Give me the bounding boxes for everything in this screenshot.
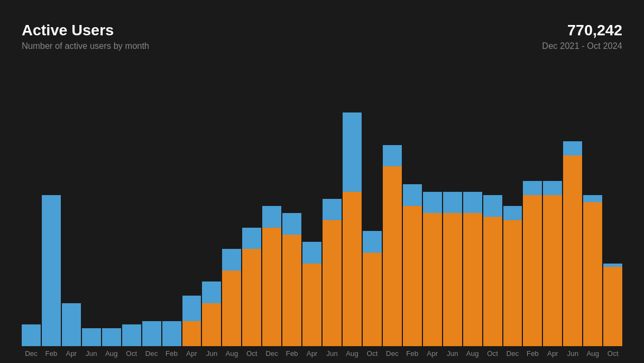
x-axis-label: Dec: [383, 349, 402, 358]
bar-blue: [202, 281, 221, 303]
bar-group: [102, 328, 121, 346]
x-axis-label: Oct: [363, 349, 382, 358]
bar-orange: [202, 303, 221, 346]
bar-group: [323, 199, 342, 346]
bar-blue: [343, 112, 362, 192]
bar-stack: [162, 321, 181, 346]
bar-group: [363, 231, 382, 346]
x-axis-label: Feb: [162, 349, 181, 358]
bar-stack: [363, 231, 382, 346]
bar-blue: [543, 181, 562, 195]
bar-group: [122, 324, 141, 346]
x-axis-label: Oct: [483, 349, 502, 358]
x-axis-label: Dec: [262, 349, 281, 358]
bar-blue: [523, 181, 542, 195]
bar-blue: [62, 303, 81, 346]
bar-stack: [282, 213, 301, 346]
bar-blue: [603, 264, 622, 267]
bar-group: [142, 321, 161, 346]
bar-orange: [423, 213, 442, 346]
bar-stack: [42, 195, 61, 346]
bar-stack: [523, 181, 542, 346]
chart-header: Active Users 770,242: [22, 22, 622, 39]
x-axis-label: Jun: [563, 349, 582, 358]
bar-orange: [282, 235, 301, 346]
bar-group: [603, 264, 622, 346]
bar-blue: [363, 231, 382, 253]
bar-stack: [583, 195, 602, 346]
bar-blue: [182, 296, 201, 321]
bar-stack: [122, 324, 141, 346]
x-axis-label: Oct: [122, 349, 141, 358]
x-axis-label: Oct: [603, 349, 622, 358]
x-axis-label: Aug: [463, 349, 482, 358]
bar-group: [22, 324, 41, 346]
bar-blue: [222, 249, 241, 271]
bar-stack: [503, 206, 522, 346]
bar-group: [262, 206, 281, 346]
chart-subtitle: Number of active users by month: [22, 41, 149, 51]
bar-group: [383, 145, 402, 346]
x-axis-label: Aug: [343, 349, 362, 358]
bar-orange: [563, 155, 582, 346]
bar-blue: [563, 141, 582, 155]
subtitle-row: Number of active users by month Dec 2021…: [22, 41, 622, 51]
x-axis-label: Apr: [543, 349, 562, 358]
chart-title: Active Users: [22, 22, 114, 39]
bar-group: [583, 195, 602, 346]
x-axis-label: Apr: [423, 349, 442, 358]
bar-stack: [463, 192, 482, 346]
bar-orange: [242, 249, 261, 346]
bar-stack: [323, 199, 342, 346]
bar-stack: [543, 181, 562, 346]
bar-orange: [543, 195, 562, 346]
bar-group: [403, 184, 422, 346]
bar-group: [62, 303, 81, 346]
bars-wrapper: [22, 67, 622, 346]
total-value: 770,242: [567, 22, 622, 39]
x-axis-label: Jun: [82, 349, 101, 358]
bar-stack: [102, 328, 121, 346]
bar-orange: [262, 228, 281, 346]
bar-blue: [122, 324, 141, 346]
bar-orange: [383, 166, 402, 346]
bar-stack: [262, 206, 281, 346]
bar-stack: [443, 192, 462, 346]
bar-group: [182, 296, 201, 346]
bar-stack: [22, 324, 41, 346]
bar-blue: [42, 195, 61, 346]
bar-group: [503, 206, 522, 346]
bar-blue: [242, 228, 261, 249]
bar-blue: [503, 206, 522, 220]
bar-stack: [483, 195, 502, 346]
bar-group: [242, 228, 261, 346]
x-axis-label: Oct: [242, 349, 261, 358]
bar-stack: [403, 184, 422, 346]
bar-stack: [222, 249, 241, 346]
bar-blue: [22, 324, 41, 346]
x-axis-label: Aug: [222, 349, 241, 358]
bar-group: [523, 181, 542, 346]
bar-stack: [302, 242, 321, 346]
x-axis-label: Aug: [102, 349, 121, 358]
bar-orange: [583, 202, 602, 346]
bar-blue: [262, 206, 281, 228]
chart-area: DecFebAprJunAugOctDecFebAprJunAugOctDecF…: [22, 67, 622, 363]
bar-stack: [142, 321, 161, 346]
bar-blue: [443, 192, 462, 214]
bar-stack: [383, 145, 402, 346]
bar-orange: [182, 321, 201, 346]
bar-blue: [483, 195, 502, 217]
bar-stack: [62, 303, 81, 346]
bar-stack: [423, 192, 442, 346]
bar-blue: [282, 213, 301, 235]
bar-group: [162, 321, 181, 346]
bar-group: [302, 242, 321, 346]
bar-group: [202, 281, 221, 346]
bar-group: [443, 192, 462, 346]
bar-stack: [242, 228, 261, 346]
bar-blue: [463, 192, 482, 214]
bar-group: [282, 213, 301, 346]
bar-stack: [603, 264, 622, 346]
x-axis-label: Jun: [202, 349, 221, 358]
